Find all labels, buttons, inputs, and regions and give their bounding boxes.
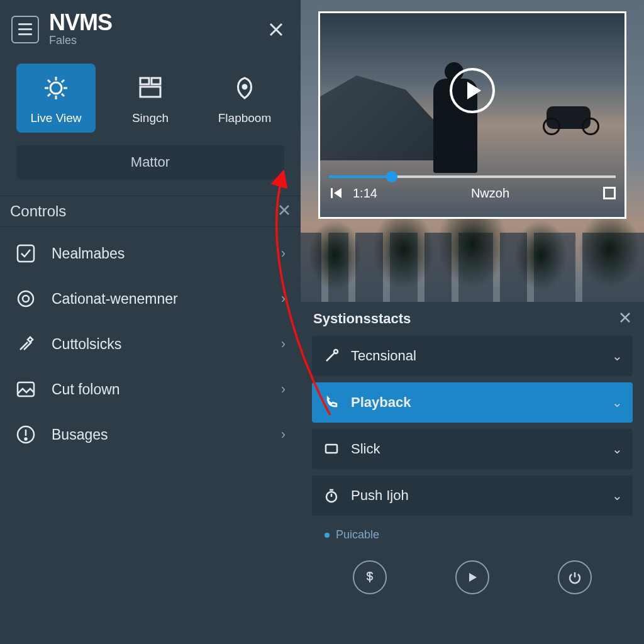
system-sub-label: Puicable [336, 528, 379, 541]
chevron-right-icon: › [281, 245, 286, 262]
svg-rect-1 [140, 78, 149, 84]
target-icon [13, 286, 39, 312]
brand-block: NVMS Fales [49, 11, 263, 47]
tile-flapboom[interactable]: Flapboom [205, 64, 284, 133]
system-item-tecnsional[interactable]: Tecnsional ⌄ [312, 336, 633, 376]
check-square-icon [13, 240, 39, 267]
close-icon[interactable] [263, 16, 289, 43]
progress-thumb[interactable] [386, 171, 397, 182]
video-controls: 1:14 Nwzoh [320, 167, 625, 217]
svg-rect-3 [140, 87, 160, 97]
mattor-button[interactable]: Mattor [16, 145, 284, 179]
progress-slider[interactable] [329, 175, 616, 178]
tools-icon [13, 331, 39, 357]
system-item-slick[interactable]: Slick ⌄ [312, 429, 633, 469]
control-label: Cuttolsicks [52, 336, 281, 353]
svg-rect-2 [152, 78, 160, 84]
control-item-nealmabes[interactable]: Nealmabes › [0, 231, 301, 276]
control-item-cutfolown[interactable]: Cut folown › [0, 367, 301, 412]
control-item-cationat[interactable]: Cationat-wenemner › [0, 276, 301, 321]
brand-subtitle: Fales [49, 34, 263, 47]
tile-label: Flapboom [218, 111, 272, 125]
system-item-label: Push Ijoh [351, 487, 612, 504]
previous-icon[interactable] [329, 186, 344, 201]
svg-rect-13 [326, 445, 337, 453]
svg-point-10 [25, 438, 27, 440]
svg-point-12 [334, 350, 338, 353]
system-list: Tecnsional ⌄ Playback ⌄ Slick ⌄ [301, 336, 644, 548]
gear-icon [42, 71, 70, 105]
control-label: Cut folown [52, 381, 281, 398]
system-item-label: Playback [351, 394, 612, 411]
image-icon [13, 376, 39, 402]
system-item-pushijoh[interactable]: Push Ijoh ⌄ [312, 475, 633, 516]
system-item-playback[interactable]: Playback ⌄ [312, 382, 633, 423]
svg-point-0 [50, 82, 62, 94]
system-item-label: Tecnsional [351, 348, 612, 364]
system-sub-item[interactable]: Puicable [312, 522, 633, 548]
control-label: Cationat-wenemner [52, 291, 281, 308]
play-icon[interactable] [450, 68, 495, 113]
main-view: 1:14 Nwzoh Systionsstacts Tecnsional ⌄ [301, 0, 644, 644]
play-button[interactable] [455, 560, 489, 594]
chevron-right-icon: › [281, 336, 286, 352]
svg-point-7 [23, 296, 29, 302]
svg-point-4 [243, 85, 247, 89]
tile-label: Live View [31, 111, 82, 125]
controls-header: Controls [0, 196, 301, 227]
wand-icon [322, 347, 341, 365]
svg-point-6 [18, 291, 33, 306]
chevron-down-icon: ⌄ [612, 395, 623, 410]
tile-live-view[interactable]: Live View [16, 64, 96, 133]
system-title: Systionsstacts [313, 311, 411, 327]
tile-singch[interactable]: Singch [111, 64, 190, 133]
control-label: Busages [52, 426, 281, 443]
system-item-label: Slick [351, 441, 612, 457]
chevron-right-icon: › [281, 381, 286, 397]
video-player: 1:14 Nwzoh [318, 11, 626, 219]
controls-list: Nealmabes › Cationat-wenemner › Cuttolsi… [0, 227, 301, 457]
mattor-label: Mattor [131, 154, 170, 170]
chevron-right-icon: › [281, 426, 286, 443]
system-panel: Systionsstacts Tecnsional ⌄ Playback ⌄ [301, 302, 644, 644]
control-item-busages[interactable]: Busages › [0, 412, 301, 457]
chevron-right-icon: › [281, 291, 286, 307]
controls-title: Controls [10, 203, 66, 220]
video-time: 1:14 [353, 186, 377, 201]
tile-label: Singch [132, 111, 169, 125]
grid-icon [136, 71, 164, 105]
stop-icon[interactable] [603, 187, 616, 199]
menu-icon[interactable] [11, 16, 39, 43]
system-actions [301, 548, 644, 594]
chevron-down-icon: ⌄ [612, 488, 623, 503]
power-button[interactable] [558, 560, 592, 594]
close-icon[interactable] [619, 311, 631, 326]
sidebar-header: NVMS Fales [0, 0, 301, 53]
timer-icon [322, 486, 341, 505]
mode-tiles: Live View Singch Flapboom [0, 53, 301, 133]
close-icon[interactable] [278, 203, 291, 220]
sidebar-panel: NVMS Fales Live View Singch Flapboom [0, 0, 301, 644]
chevron-down-icon: ⌄ [612, 348, 623, 364]
svg-rect-11 [331, 188, 333, 198]
system-header: Systionsstacts [301, 302, 644, 336]
video-center-label: Nwzoh [471, 186, 509, 201]
chevron-down-icon: ⌄ [612, 441, 623, 457]
phone-icon [322, 393, 341, 412]
bullet-icon [325, 533, 330, 538]
alert-icon [13, 421, 39, 448]
monitor-icon [322, 440, 341, 458]
control-label: Nealmabes [52, 245, 281, 262]
brand-title: NVMS [49, 11, 263, 34]
svg-rect-5 [18, 245, 34, 262]
control-item-cuttolsicks[interactable]: Cuttolsicks › [0, 321, 301, 367]
leaf-icon [231, 71, 258, 105]
dollar-button[interactable] [353, 560, 387, 594]
